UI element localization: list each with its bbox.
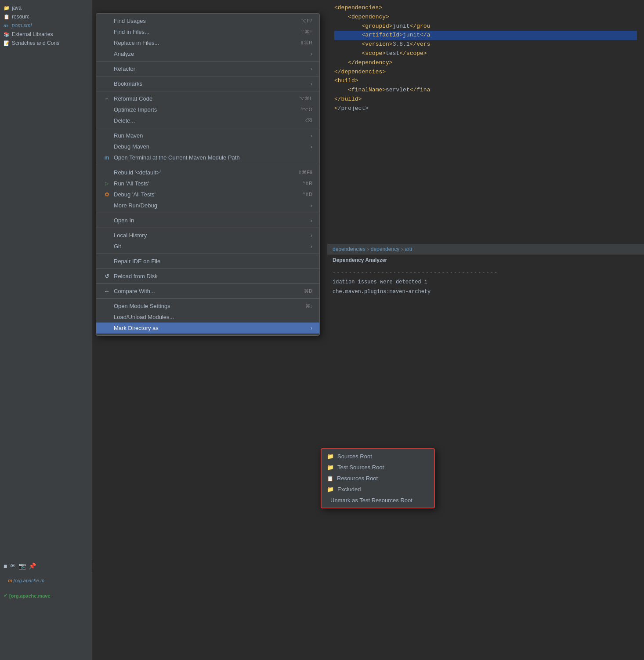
bottom-content: ----------------------------------------… bbox=[327, 266, 644, 298]
menu-open-module-settings[interactable]: Open Module Settings ⌘↓ bbox=[96, 301, 319, 312]
menu-open-in[interactable]: Open In › bbox=[96, 215, 319, 226]
menu-analyze[interactable]: Analyze › bbox=[96, 48, 319, 59]
menu-find-in-files-label: Find in Files... bbox=[114, 29, 290, 35]
library-icon: 📚 bbox=[4, 32, 10, 37]
run-module-icon: m bbox=[8, 578, 12, 583]
submenu-unmark-test-resources-root[interactable]: Unmark as Test Resources Root bbox=[322, 495, 434, 506]
menu-analyze-label: Analyze bbox=[114, 51, 307, 57]
menu-git[interactable]: Git › bbox=[96, 241, 319, 252]
run-eye-icon[interactable]: 👁 bbox=[10, 562, 16, 569]
menu-mark-directory-as-label: Mark Directory as bbox=[114, 325, 307, 331]
menu-reformat-code[interactable]: ≡ Reformat Code ⌥⌘L bbox=[96, 93, 319, 104]
menu-local-history[interactable]: Local History › bbox=[96, 230, 319, 241]
menu-compare-with-label: Compare With... bbox=[114, 288, 293, 294]
reformat-icon: ≡ bbox=[103, 96, 110, 102]
breadcrumb-dependencies: dependencies bbox=[333, 246, 365, 252]
menu-refactor[interactable]: Refactor › bbox=[96, 63, 319, 74]
analyze-arrow-icon: › bbox=[311, 51, 312, 57]
separator-4 bbox=[96, 128, 319, 128]
submenu-sources-root-label: Sources Root bbox=[337, 453, 372, 460]
code-line-2: <dependency> bbox=[334, 13, 637, 22]
separator-5 bbox=[96, 165, 319, 165]
validation-text: idation issues were detected i bbox=[333, 279, 639, 285]
sidebar-item-pom[interactable]: m pom.xml bbox=[0, 21, 92, 30]
menu-find-usages-label: Find Usages bbox=[114, 18, 290, 24]
dep-analyzer-title: Dependency Analyzer bbox=[327, 254, 644, 266]
separator-7 bbox=[96, 228, 319, 228]
submenu-unmark-label: Unmark as Test Resources Root bbox=[330, 497, 412, 504]
submenu-resources-root[interactable]: 📋 Resources Root bbox=[322, 473, 434, 484]
reload-icon: ↺ bbox=[103, 273, 110, 279]
resources-root-icon: 📋 bbox=[327, 475, 333, 482]
menu-delete[interactable]: Delete... ⌫ bbox=[96, 115, 319, 126]
submenu-resources-root-label: Resources Root bbox=[337, 475, 378, 482]
sidebar-item-java[interactable]: 📁 java bbox=[0, 4, 92, 12]
menu-open-module-settings-label: Open Module Settings bbox=[114, 303, 295, 309]
menu-repair-ide-label: Repair IDE on File bbox=[114, 258, 312, 265]
run-pin-icon[interactable]: 📌 bbox=[29, 562, 36, 569]
breadcrumb: dependencies › dependency › arti bbox=[327, 244, 644, 254]
menu-mark-directory-as[interactable]: Mark Directory as › bbox=[96, 323, 319, 334]
menu-rebuild[interactable]: Rebuild '<default>' ⇧⌘F9 bbox=[96, 167, 319, 178]
folder-icon: 📁 bbox=[4, 5, 10, 11]
separator-11 bbox=[96, 298, 319, 299]
breadcrumb-sep-1: › bbox=[367, 246, 369, 252]
code-line-4: <artifactId>junit</a bbox=[334, 31, 637, 40]
sidebar-item-resources[interactable]: 📋 resourc bbox=[0, 12, 92, 21]
menu-run-all-tests[interactable]: ▷ Run 'All Tests' ^⇧R bbox=[96, 178, 319, 189]
menu-debug-maven-label: Debug Maven bbox=[114, 143, 307, 150]
menu-reload-from-disk-label: Reload from Disk bbox=[114, 273, 312, 279]
breadcrumb-sep-2: › bbox=[401, 246, 403, 252]
menu-replace-in-files-shortcut: ⇧⌘R bbox=[300, 40, 312, 46]
run-stop-icon[interactable]: ■ bbox=[4, 562, 7, 569]
menu-debug-all-tests-label: Debug 'All Tests' bbox=[114, 191, 292, 198]
menu-open-terminal[interactable]: m Open Terminal at the Current Maven Mod… bbox=[96, 152, 319, 163]
sidebar-item-scratches[interactable]: 📝 Scratches and Cons bbox=[0, 39, 92, 47]
menu-replace-in-files[interactable]: Replace in Files... ⇧⌘R bbox=[96, 37, 319, 48]
menu-find-in-files[interactable]: Find in Files... ⇧⌘F bbox=[96, 26, 319, 37]
menu-find-usages[interactable]: Find Usages ⌥F7 bbox=[96, 15, 319, 26]
separator-10 bbox=[96, 283, 319, 284]
menu-reload-from-disk[interactable]: ↺ Reload from Disk bbox=[96, 271, 319, 282]
menu-debug-maven[interactable]: Debug Maven › bbox=[96, 141, 319, 152]
menu-open-in-label: Open In bbox=[114, 217, 307, 224]
menu-local-history-label: Local History bbox=[114, 232, 307, 239]
mark-directory-submenu: 📁 Sources Root 📁 Test Sources Root 📋 Res… bbox=[321, 448, 435, 508]
menu-delete-shortcut: ⌫ bbox=[305, 118, 312, 123]
submenu-excluded[interactable]: 📁 Excluded bbox=[322, 484, 434, 495]
menu-optimize-imports[interactable]: Optimize Imports ^⌥O bbox=[96, 104, 319, 115]
separator-9 bbox=[96, 268, 319, 269]
separator-2 bbox=[96, 76, 319, 76]
menu-compare-with[interactable]: ↔ Compare With... ⌘D bbox=[96, 286, 319, 297]
menu-run-maven[interactable]: Run Maven › bbox=[96, 130, 319, 141]
code-line-12: </project> bbox=[334, 104, 637, 113]
menu-refactor-label: Refactor bbox=[114, 65, 307, 72]
menu-compare-with-shortcut: ⌘D bbox=[304, 288, 312, 294]
open-in-arrow-icon: › bbox=[311, 217, 312, 224]
menu-optimize-imports-shortcut: ^⌥O bbox=[300, 107, 312, 112]
menu-optimize-imports-label: Optimize Imports bbox=[114, 106, 290, 113]
bookmarks-arrow-icon: › bbox=[311, 80, 312, 87]
menu-load-unload-modules-label: Load/Unload Modules... bbox=[114, 314, 312, 320]
submenu-test-sources-root[interactable]: 📁 Test Sources Root bbox=[322, 462, 434, 473]
menu-load-unload-modules[interactable]: Load/Unload Modules... bbox=[96, 312, 319, 323]
context-menu: Find Usages ⌥F7 Find in Files... ⇧⌘F Rep… bbox=[96, 13, 320, 336]
code-line-1: <dependencies> bbox=[334, 4, 637, 13]
code-line-7: </dependency> bbox=[334, 58, 637, 68]
menu-repair-ide[interactable]: Repair IDE on File bbox=[96, 256, 319, 267]
sidebar-item-external-libraries[interactable]: 📚 External Libraries bbox=[0, 30, 92, 39]
menu-more-run-debug[interactable]: More Run/Debug › bbox=[96, 200, 319, 211]
run-maven-arrow-icon: › bbox=[311, 132, 312, 139]
code-line-9: <build> bbox=[334, 76, 637, 86]
menu-rebuild-label: Rebuild '<default>' bbox=[114, 169, 287, 176]
excluded-icon: 📁 bbox=[327, 486, 334, 493]
run-camera-icon[interactable]: 📷 bbox=[18, 562, 26, 569]
separator-1 bbox=[96, 61, 319, 62]
menu-debug-all-tests[interactable]: ✿ Debug 'All Tests' ^⇧D bbox=[96, 189, 319, 200]
separator-3 bbox=[96, 91, 319, 91]
submenu-sources-root[interactable]: 📁 Sources Root bbox=[322, 451, 434, 462]
breadcrumb-arti: arti bbox=[405, 246, 412, 252]
status-check: ✓ [org.apache.mave bbox=[4, 593, 51, 598]
code-line-11: </build> bbox=[334, 95, 637, 104]
menu-bookmarks[interactable]: Bookmarks › bbox=[96, 78, 319, 89]
